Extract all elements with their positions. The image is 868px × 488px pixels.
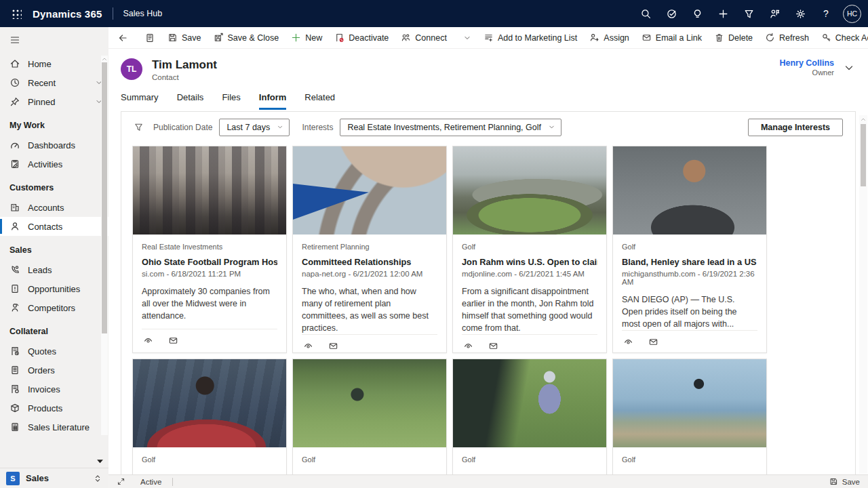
sidebar-item-sales-literature[interactable]: Sales Literature [0,418,108,436]
email-icon[interactable] [488,341,498,351]
publication-date-select[interactable]: Last 7 days [219,119,290,136]
sidebar-item-recent[interactable]: Recent [0,73,108,92]
trash-icon [714,33,724,43]
area-tile: S [6,472,20,485]
news-card[interactable]: Golf [452,359,607,474]
news-card[interactable]: Retirement Planning Committeed Relations… [292,146,447,353]
expand-icon[interactable] [117,477,125,486]
interests-select[interactable]: Real Estate Investments, Retirement Plan… [340,119,561,136]
content-scrollbar[interactable] [859,115,867,474]
waffle-menu-button[interactable] [0,0,33,27]
user-avatar[interactable]: HC [843,5,861,23]
save-and-close-button[interactable]: Save & Close [208,29,285,47]
sidebar-item-home[interactable]: Home [0,54,108,73]
card-description: The who, what, when and how many of reti… [302,285,437,335]
area-switcher[interactable]: S Sales [0,468,108,488]
news-card[interactable]: Golf Jon Rahm wins U.S. Open to claim fi… [452,146,607,353]
tab-related[interactable]: Related [304,92,335,111]
deactivate-button[interactable]: Deactivate [328,29,395,47]
filter-icon [134,122,144,132]
pin-icon [9,96,20,107]
delete-button[interactable]: Delete [708,29,759,47]
form-selector-button[interactable] [138,29,161,47]
footer-save-button[interactable]: Save [829,477,860,486]
search-button[interactable] [633,0,658,27]
area-title: Sales Hub [123,9,162,18]
filter-bar: Publication Date Last 7 days Interests R… [121,112,855,143]
sidebar-item-pinned[interactable]: Pinned [0,92,108,111]
check-access-button[interactable]: Check Access [815,29,868,47]
sidebar-item-products[interactable]: Products [0,399,108,418]
content-scroll-thumb[interactable] [861,124,866,186]
guided-help-button[interactable] [762,0,787,27]
sidebar-item-label: Opportunities [28,284,80,294]
manage-interests-button[interactable]: Manage Interests [748,119,843,136]
insights-button[interactable] [684,0,710,27]
header-chevron-down-icon[interactable] [844,62,854,73]
sidebar-item-activities[interactable]: Activities [0,155,108,174]
save-close-icon [214,33,224,43]
sidebar-item-accounts[interactable]: Accounts [0,198,108,217]
owner-field: Henry Collins Owner [779,58,854,77]
sidebar-item-quotes[interactable]: Quotes [0,342,108,361]
sidebar-scroll-thumb[interactable] [102,62,107,333]
settings-button[interactable] [787,0,813,27]
sidebar-item-dashboards[interactable]: Dashboards [0,136,108,155]
tab-files[interactable]: Files [222,92,240,111]
sidebar-item-leads[interactable]: Leads [0,260,108,279]
sidebar-item-competitors[interactable]: Competitors [0,298,108,317]
add-to-marketing-list-button[interactable]: Add to Marketing List [477,29,583,47]
news-card[interactable]: Golf Bland, Henley share lead in a US Op… [612,146,767,353]
email-a-link-button[interactable]: Email a Link [635,29,708,47]
card-title[interactable]: Jon Rahm wins U.S. Open to claim first .… [462,257,597,267]
help-button[interactable]: ? [813,0,839,27]
record-header: TL Tim Lamont Contact Henry Collins Owne… [108,49,868,81]
email-icon[interactable] [648,337,658,347]
collapse-sitemap-button[interactable] [0,27,30,53]
tab-details[interactable]: Details [177,92,204,111]
quick-create-button[interactable] [710,0,736,27]
email-link-icon [642,33,652,43]
news-card[interactable]: Golf [612,359,767,474]
news-card[interactable]: Golf [132,359,287,474]
new-label: New [305,33,322,43]
email-icon[interactable] [328,341,338,351]
tab-inform[interactable]: Inform [259,92,286,111]
back-button[interactable] [111,29,134,47]
view-icon[interactable] [143,336,153,346]
sidebar-item-contacts[interactable]: Contacts [0,217,108,236]
news-card[interactable]: Golf [292,359,447,474]
new-button[interactable]: New [285,29,328,47]
sitemap-scroll-down-button[interactable] [96,459,104,464]
card-title[interactable]: Ohio State Football Program Hosts Job ..… [142,257,277,267]
view-icon[interactable] [463,341,473,351]
email-icon[interactable] [168,336,178,346]
tab-summary[interactable]: Summary [121,92,159,111]
sidebar-item-opportunities[interactable]: Opportunities [0,279,108,298]
news-card[interactable]: Real Estate Investments Ohio State Footb… [132,146,287,353]
trophy-person-icon [9,302,20,313]
view-icon[interactable] [303,341,313,351]
assign-label: Assign [604,33,629,43]
sidebar-item-invoices[interactable]: Invoices [0,380,108,399]
connect-label: Connect [415,33,447,43]
view-icon[interactable] [623,337,633,347]
connect-flyout-button[interactable] [457,29,477,47]
save-icon [829,477,838,486]
connect-button[interactable]: Connect [395,29,453,47]
refresh-button[interactable]: Refresh [759,29,815,47]
save-button[interactable]: Save [161,29,208,47]
plus-icon [291,33,301,43]
tasks-button[interactable] [658,0,684,27]
assign-button[interactable]: Assign [583,29,635,47]
deactivate-label: Deactivate [349,33,389,43]
sidebar-scrollbar[interactable] [101,56,108,435]
form-icon [144,33,155,43]
sidebar-item-orders[interactable]: Orders [0,361,108,380]
card-title[interactable]: Committeed Relationships [302,257,437,267]
save-close-label: Save & Close [228,33,279,43]
card-title[interactable]: Bland, Henley share lead in a US Open ..… [622,257,757,267]
filter-button[interactable] [736,0,762,27]
owner-link[interactable]: Henry Collins [779,58,834,68]
record-avatar: TL [121,58,142,80]
